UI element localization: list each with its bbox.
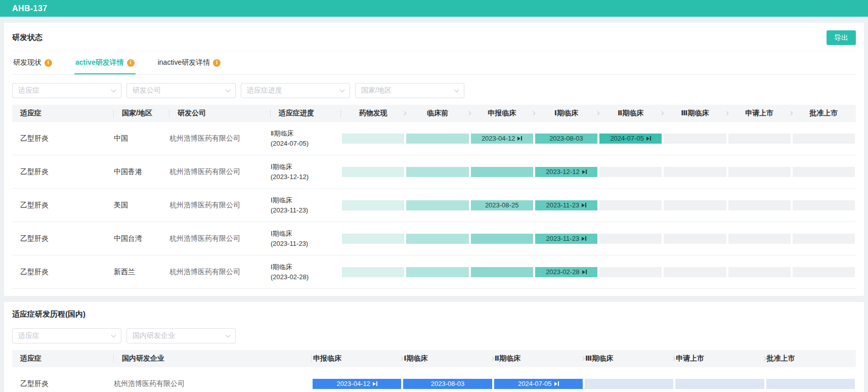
filter-placeholder: 国家/地区: [361, 86, 392, 95]
phase-cell: [727, 122, 792, 155]
stage-entry-icon: [582, 169, 587, 174]
phase-bar: [728, 267, 791, 277]
phase-bar: [766, 379, 855, 389]
info-icon[interactable]: i: [127, 59, 135, 67]
stage-entry-icon: [646, 136, 651, 141]
col-header-phase: Ⅱ期临床: [598, 105, 663, 122]
filter-placeholder: 适应症: [18, 331, 39, 340]
phase-bar: [599, 200, 662, 210]
phase-cell: [663, 189, 727, 222]
cell-company: 杭州浩博医药有限公司: [169, 234, 271, 243]
col-header-phase: Ⅱ期临床: [493, 350, 584, 367]
phase-cell: 2023-11-23: [534, 222, 598, 255]
phase-bar: [585, 379, 673, 389]
tab-inactive-detail[interactable]: inactive研发详情i: [157, 52, 222, 74]
phase-bar: [728, 167, 791, 177]
phase-bar: [664, 267, 726, 277]
phase-cell: [341, 222, 405, 255]
stage-entry-icon: [373, 381, 377, 386]
progress-date: (2023-11-23): [271, 239, 341, 249]
info-icon[interactable]: i: [45, 59, 52, 67]
entry-stick: [376, 381, 377, 386]
col-header-label: 申报临床: [313, 354, 341, 363]
col-header-phase: Ⅲ期临床: [663, 105, 727, 122]
table-row: 乙型肝炎中国杭州浩博医药有限公司Ⅱ期临床(2024-07-05)2023-04-…: [12, 122, 856, 155]
entry-triangle: [373, 382, 376, 386]
filter-placeholder: 适应症: [18, 86, 39, 95]
col-header-label: 申请上市: [676, 354, 704, 363]
progress-phase: Ⅰ期临床: [271, 195, 341, 205]
phase-cell: [765, 367, 856, 392]
col-header: 国家/地区: [114, 105, 169, 122]
status-filter-bar: 适应症研发公司适应症进度国家/地区: [12, 83, 856, 98]
export-button[interactable]: 导出: [827, 30, 856, 45]
phase-bar-dated[interactable]: 2023-08-25: [471, 200, 533, 210]
phase-bar: [342, 167, 404, 177]
filter-indication[interactable]: 适应症: [12, 328, 121, 343]
phase-date: 2024-07-05: [518, 380, 552, 387]
chevron-down-icon: [111, 333, 116, 338]
filter-placeholder: 适应症进度: [247, 86, 282, 95]
phase-cell: [341, 122, 405, 155]
entry-triangle: [554, 382, 557, 386]
chevron-down-icon: [340, 88, 345, 93]
phase-bar: [793, 267, 855, 277]
phase-bar: [664, 234, 726, 244]
col-header-label: 申请上市: [745, 109, 773, 118]
phase-cell: [405, 155, 469, 188]
tab-label: 研发现状: [13, 58, 41, 67]
tab-overview[interactable]: 研发现状i: [12, 52, 53, 74]
filter-region[interactable]: 国家/地区: [355, 83, 464, 98]
phase-cell: [727, 189, 792, 222]
info-icon[interactable]: i: [213, 59, 221, 67]
filter-domestic-company[interactable]: 国内研发企业: [126, 328, 236, 343]
col-header-phase: 申请上市: [727, 105, 792, 122]
phase-bar: [406, 167, 468, 177]
phase-cell: [674, 367, 765, 392]
cell-progress: Ⅰ期临床(2023-02-28): [271, 262, 341, 282]
progress-date: (2023-11-23): [271, 205, 341, 215]
stage-entry-icon: [582, 270, 587, 274]
table-row: 乙型肝炎杭州浩博医药有限公司2023-04-122023-08-032024-0…: [12, 367, 856, 392]
phase-cell: [341, 189, 405, 222]
phase-bar: [342, 134, 404, 144]
phase-bar-dated[interactable]: 2023-08-03: [535, 134, 597, 144]
entry-stick: [558, 381, 559, 386]
phase-bar: [599, 267, 662, 277]
phase-date: 2023-02-28: [546, 268, 580, 276]
filter-indication[interactable]: 适应症: [12, 83, 121, 98]
phase-cell: 2023-08-03: [402, 367, 493, 392]
entry-triangle: [582, 203, 585, 207]
entry-triangle: [582, 270, 585, 274]
phase-bar-dated[interactable]: 2024-07-05: [494, 379, 583, 389]
phase-bar-dated[interactable]: 2023-11-23: [535, 200, 597, 210]
phase-bar-dated[interactable]: 2023-02-28: [535, 267, 597, 277]
phase-bar-dated[interactable]: 2023-04-12: [471, 134, 533, 144]
entry-stick: [586, 169, 587, 174]
filter-placeholder: 研发公司: [133, 86, 161, 95]
chevron-down-icon: [226, 333, 231, 338]
col-header-phase: 药物发现: [341, 105, 405, 122]
tab-active-detail[interactable]: active研发详情i: [74, 52, 136, 74]
phase-bar-dated[interactable]: 2024-07-05: [599, 134, 662, 144]
phase-cell: [405, 255, 469, 288]
phase-bar-dated[interactable]: 2023-11-23: [535, 234, 597, 244]
phase-bar: [728, 134, 791, 144]
phase-cell: [470, 255, 534, 288]
cell-company: 杭州浩博医药有限公司: [169, 268, 271, 277]
cell-region: 中国台湾: [114, 234, 169, 243]
phase-date: 2023-04-12: [482, 135, 515, 142]
col-header-label: Ⅰ期临床: [404, 354, 427, 363]
phase-bar-dated[interactable]: 2023-12-12: [535, 167, 597, 177]
filter-indication-progress[interactable]: 适应症进度: [241, 83, 350, 98]
phase-bar: [471, 267, 533, 277]
phase-cell: [663, 122, 727, 155]
phase-bar-dated[interactable]: 2023-08-03: [403, 379, 492, 389]
phase-cell: [727, 155, 792, 188]
phase-bar-dated[interactable]: 2023-04-12: [313, 379, 401, 389]
entry-stick: [585, 236, 586, 241]
filter-company[interactable]: 研发公司: [126, 83, 236, 98]
phase-cell: [470, 222, 534, 255]
phase-cell: [584, 367, 674, 392]
progress-phase: Ⅱ期临床: [271, 128, 341, 139]
